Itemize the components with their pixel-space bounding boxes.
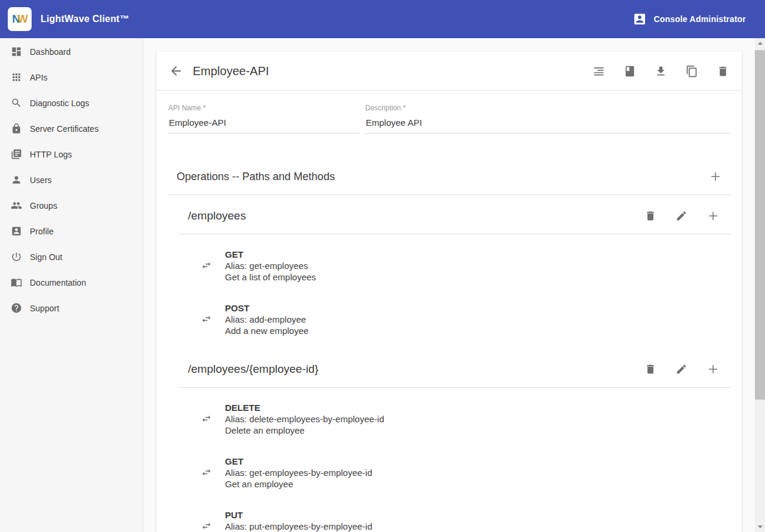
operation-alias: Alias: get-employees-by-employee-id <box>225 467 372 478</box>
help-icon <box>11 302 22 314</box>
sidebar-item-groups[interactable]: Groups <box>0 193 143 218</box>
sidebar-item-label: HTTP Logs <box>30 150 72 159</box>
body-row: DashboardAPIsDiagnostic LogsServer Certi… <box>0 38 765 532</box>
sidebar-nav: DashboardAPIsDiagnostic LogsServer Certi… <box>0 38 143 532</box>
copy-button[interactable] <box>686 65 698 78</box>
operations-list: DELETE Alias: delete-employees-by-employ… <box>179 388 731 532</box>
apps-grid-icon <box>11 72 22 83</box>
path-actions <box>644 209 720 222</box>
sidebar-item-users[interactable]: Users <box>0 167 143 193</box>
sidebar-item-label: Groups <box>30 201 57 211</box>
operation-method: POST <box>225 302 309 314</box>
operation-description: Get an employee <box>225 478 372 490</box>
add-path-button[interactable] <box>709 170 722 183</box>
sidebar-item-sign-out[interactable]: Sign Out <box>0 244 143 270</box>
lightwave-logo[interactable]: NW <box>8 7 32 31</box>
card-toolbar: Employee-API <box>156 52 742 91</box>
operation-alias: Alias: add-employee <box>225 314 309 325</box>
swap-arrows-icon <box>201 467 212 478</box>
api-name-value: Employee-API <box>168 112 359 134</box>
operation-text: DELETE Alias: delete-employees-by-employ… <box>225 402 384 436</box>
add-operation-button[interactable] <box>707 209 720 222</box>
operations-heading: Operations -- Paths and Methods <box>177 169 335 184</box>
sidebar-item-label: Dashboard <box>30 47 71 57</box>
main-area: Employee-API API Name * Employee-API Des… <box>143 38 765 532</box>
sidebar-item-support[interactable]: Support <box>0 295 143 321</box>
copy-icon <box>686 65 698 78</box>
delete-path-button[interactable] <box>644 363 656 375</box>
scrollbar-thumb[interactable] <box>755 50 765 400</box>
sidebar-item-label: Diagnostic Logs <box>30 98 90 108</box>
user-menu[interactable]: Console Administrator <box>633 12 746 26</box>
operation-description: Get a list of employees <box>225 271 316 283</box>
operation-row[interactable]: GET Alias: get-employees Get a list of e… <box>201 249 731 283</box>
operation-text: PUT Alias: put-employees-by-employee-id … <box>225 509 372 532</box>
book-bookmark-icon <box>624 65 636 78</box>
operation-text: GET Alias: get-employees Get a list of e… <box>225 249 316 283</box>
delete-button[interactable] <box>717 65 729 78</box>
documentation-button[interactable] <box>624 65 636 78</box>
sidebar-item-diagnostic-logs[interactable]: Diagnostic Logs <box>0 90 143 116</box>
operation-row[interactable]: GET Alias: get-employees-by-employee-id … <box>201 456 731 490</box>
sidebar-item-label: Sign Out <box>30 252 62 262</box>
sidebar-item-documentation[interactable]: Documentation <box>0 270 143 295</box>
operation-method: PUT <box>225 509 372 521</box>
operation-alias: Alias: get-employees <box>225 260 316 271</box>
sidebar-item-profile[interactable]: Profile <box>0 218 143 244</box>
swap-arrows-icon <box>201 521 212 531</box>
summary-button[interactable] <box>593 65 605 78</box>
trash-icon <box>717 65 729 78</box>
app-title: LightWave Client™ <box>41 14 129 24</box>
download-button[interactable] <box>655 65 667 78</box>
sidebar-item-server-certificates[interactable]: Server Certificates <box>0 116 143 141</box>
swap-arrows-icon <box>201 413 212 424</box>
trash-icon <box>644 363 656 375</box>
account-box-icon <box>11 225 22 237</box>
page-title: Employee-API <box>193 64 269 78</box>
operation-row[interactable]: DELETE Alias: delete-employees-by-employ… <box>201 402 731 436</box>
plus-icon <box>707 363 720 376</box>
vertical-scrollbar[interactable] <box>755 38 765 532</box>
sidebar-item-label: APIs <box>30 73 48 82</box>
description-field[interactable]: Description * Employee API <box>365 104 730 134</box>
add-operation-button[interactable] <box>707 363 720 376</box>
power-icon <box>11 251 22 262</box>
logo-letter-w: W <box>17 13 27 26</box>
open-book-icon <box>11 277 22 288</box>
path-block: /employees GET Alias: get-employees Get … <box>179 195 731 348</box>
api-detail-card: Employee-API API Name * Employee-API Des… <box>156 52 742 532</box>
operation-method: GET <box>225 456 372 467</box>
sidebar-item-label: Profile <box>30 227 54 236</box>
scroll-up-arrow[interactable] <box>755 38 765 48</box>
pencil-icon <box>675 210 687 222</box>
description-label: Description * <box>365 104 730 112</box>
scroll-down-arrow[interactable] <box>755 522 765 532</box>
back-button[interactable] <box>169 64 183 78</box>
toolbar-actions <box>593 65 729 78</box>
plus-icon <box>707 209 720 222</box>
dashboard-icon <box>11 46 22 57</box>
sidebar-item-dashboard[interactable]: Dashboard <box>0 39 143 64</box>
search-icon <box>11 97 22 109</box>
sidebar-item-label: Support <box>30 304 59 313</box>
path-title: /employees <box>188 208 246 224</box>
sidebar-item-apis[interactable]: APIs <box>0 64 143 90</box>
operation-row[interactable]: PUT Alias: put-employees-by-employee-id … <box>201 509 731 532</box>
content-area: Employee-API API Name * Employee-API Des… <box>143 38 755 532</box>
delete-path-button[interactable] <box>644 210 656 222</box>
edit-path-button[interactable] <box>675 363 687 375</box>
sidebar-item-http-logs[interactable]: HTTP Logs <box>0 141 143 167</box>
edit-path-button[interactable] <box>675 210 687 222</box>
person-icon <box>11 174 22 185</box>
people-icon <box>11 200 22 211</box>
swap-arrows-icon <box>201 260 212 271</box>
operation-text: POST Alias: add-employee Add a new emplo… <box>225 302 309 336</box>
operation-alias: Alias: put-employees-by-employee-id <box>225 521 372 532</box>
path-block: /employees/{employee-id} DELETE Alias: d… <box>179 348 731 532</box>
api-name-field[interactable]: API Name * Employee-API <box>168 104 359 134</box>
operation-text: GET Alias: get-employees-by-employee-id … <box>225 456 372 490</box>
api-form-row: API Name * Employee-API Description * Em… <box>156 91 742 134</box>
operation-alias: Alias: delete-employees-by-employee-id <box>225 413 384 425</box>
account-box-icon <box>633 12 647 26</box>
operation-row[interactable]: POST Alias: add-employee Add a new emplo… <box>201 302 731 336</box>
